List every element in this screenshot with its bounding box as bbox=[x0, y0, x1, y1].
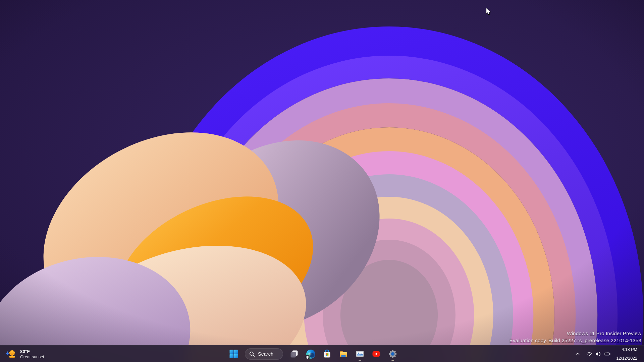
speaker-icon bbox=[595, 351, 601, 357]
running-indicator bbox=[391, 360, 394, 361]
quick-settings-button[interactable] bbox=[584, 347, 613, 361]
weather-condition: Great sunset bbox=[20, 354, 44, 360]
microsoft-store-button[interactable] bbox=[320, 347, 334, 361]
taskbar: 80°F Great sunset bbox=[0, 345, 644, 362]
wifi-icon bbox=[586, 351, 592, 357]
store-bag-icon bbox=[323, 350, 331, 358]
file-explorer-button[interactable] bbox=[336, 347, 351, 361]
sunset-weather-icon bbox=[6, 349, 17, 359]
chevron-up-icon bbox=[575, 351, 580, 357]
weather-temperature: 80°F bbox=[20, 349, 44, 354]
taskbar-center-cluster: Search bbox=[226, 346, 400, 362]
task-view-icon bbox=[290, 350, 299, 358]
settings-gear-icon bbox=[388, 350, 397, 358]
wallpaper-bloom bbox=[0, 0, 644, 362]
task-view-button[interactable] bbox=[287, 347, 302, 361]
search-label: Search bbox=[258, 351, 273, 357]
tray-time: 4:18 PM bbox=[622, 347, 637, 353]
evaluation-watermark: Windows 11 Pro Insider Preview Evaluatio… bbox=[509, 330, 641, 344]
search-icon bbox=[249, 351, 255, 357]
edge-profile-avatar bbox=[305, 355, 310, 359]
windows-logo-icon bbox=[229, 350, 238, 358]
battery-charging-icon bbox=[604, 351, 611, 357]
task-manager-icon bbox=[356, 350, 364, 358]
desktop: Windows 11 Pro Insider Preview Evaluatio… bbox=[0, 0, 644, 362]
edge-button[interactable] bbox=[303, 347, 318, 361]
start-button[interactable] bbox=[226, 347, 241, 361]
widgets-weather-button[interactable]: 80°F Great sunset bbox=[2, 346, 48, 362]
watermark-line1: Windows 11 Pro Insider Preview bbox=[509, 330, 641, 337]
clock-button[interactable]: 4:18 PM 12/12/2022 bbox=[614, 347, 639, 361]
youtube-button[interactable] bbox=[369, 347, 384, 361]
search-box[interactable]: Search bbox=[245, 348, 283, 360]
edge-icon bbox=[306, 350, 315, 359]
tray-date: 12/12/2022 bbox=[616, 356, 637, 361]
running-indicator bbox=[359, 360, 361, 361]
folder-icon bbox=[339, 350, 348, 358]
youtube-icon bbox=[372, 350, 381, 358]
hidden-icons-button[interactable] bbox=[572, 347, 583, 361]
settings-button[interactable] bbox=[385, 347, 400, 361]
watermark-line2: Evaluation copy. Build 25227.rs_prerelea… bbox=[509, 337, 641, 344]
task-manager-button[interactable] bbox=[353, 347, 367, 361]
system-tray: 4:18 PM 12/12/2022 bbox=[572, 346, 644, 362]
